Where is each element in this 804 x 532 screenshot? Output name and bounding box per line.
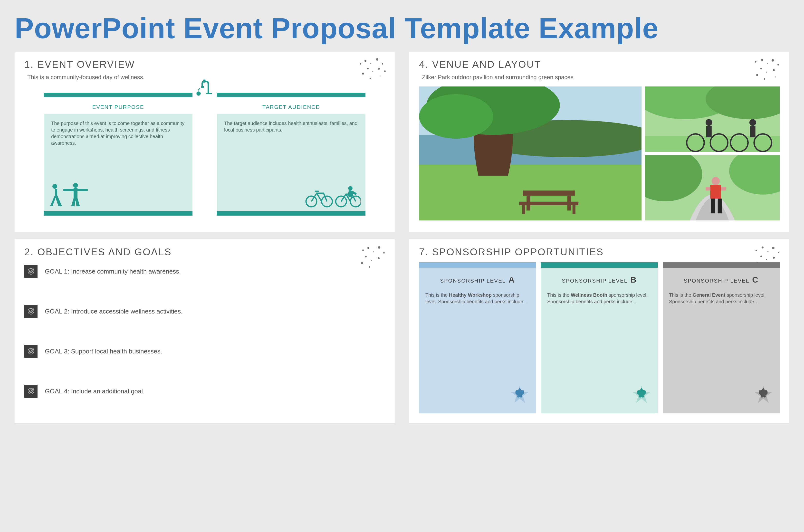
svg-point-4: [382, 63, 383, 64]
svg-point-31: [766, 72, 767, 73]
column-target-audience: TARGET AUDIENCE The target audience incl…: [217, 93, 366, 215]
svg-point-75: [371, 260, 372, 261]
section-heading: 1. EVENT OVERVIEW: [24, 59, 385, 70]
svg-point-93: [767, 251, 768, 252]
svg-point-6: [372, 71, 373, 72]
svg-point-27: [767, 63, 768, 64]
sponsor-title: SPONSORSHIP LEVEL B: [547, 275, 652, 285]
target-icon: [24, 385, 38, 398]
svg-point-58: [749, 119, 756, 126]
slides-grid: 1. EVENT OVERVIEW This is a community-fo…: [15, 52, 789, 423]
hands-star-icon: [750, 384, 777, 411]
svg-point-76: [365, 256, 367, 258]
svg-point-2: [370, 63, 371, 64]
slide-sponsorship-opportunities: 7. SPONSORSHIP OPPORTUNITIES SPONSORSHIP…: [409, 239, 789, 423]
svg-point-32: [760, 68, 762, 70]
section-heading: 2. OBJECTIVES AND GOALS: [24, 247, 385, 258]
svg-rect-59: [750, 126, 755, 137]
goal-row: GOAL 1: Increase community health awaren…: [24, 265, 385, 278]
sponsor-desc: This is the General Event sponsorship le…: [669, 292, 773, 305]
svg-rect-19: [63, 189, 88, 191]
svg-point-98: [760, 255, 762, 257]
svg-point-78: [369, 266, 370, 268]
svg-rect-46: [522, 205, 525, 214]
section-heading: 7. SPONSORSHIP OPPORTUNITIES: [419, 247, 780, 258]
hands-star-icon: [628, 384, 655, 411]
svg-point-29: [778, 64, 779, 65]
target-icon: [24, 265, 38, 278]
column-body: The purpose of this event is to come tog…: [44, 114, 192, 211]
svg-point-10: [379, 76, 380, 76]
svg-rect-68: [721, 187, 726, 190]
svg-point-1: [364, 60, 367, 62]
sponsor-desc: This is the Wellness Booth sponsorship l…: [547, 292, 652, 305]
sponsor-title: SPONSORSHIP LEVEL C: [669, 275, 773, 285]
svg-point-7: [367, 68, 369, 70]
svg-point-74: [378, 257, 379, 259]
svg-point-33: [756, 74, 758, 76]
svg-point-5: [378, 68, 380, 70]
column-body: The target audience includes health enth…: [217, 114, 366, 211]
decorative-dots-icon: [356, 244, 390, 273]
svg-point-92: [762, 247, 764, 248]
goal-text: GOAL 2: Introduce accessible wellness ac…: [45, 308, 183, 315]
slide-venue-layout: 4. VENUE AND LAYOUT Zilker Park outdoor …: [409, 52, 789, 232]
goal-text: GOAL 1: Increase community health awaren…: [45, 268, 181, 275]
goal-text: GOAL 4: Include an additional goal.: [45, 387, 145, 395]
svg-rect-14: [201, 86, 204, 88]
svg-point-16: [52, 184, 57, 189]
svg-rect-15: [203, 80, 206, 83]
svg-point-97: [766, 259, 767, 260]
svg-rect-47: [573, 205, 576, 214]
page-title: PowerPoint Event Proposal Template Examp…: [15, 12, 789, 44]
section-heading: 4. VENUE AND LAYOUT: [419, 59, 780, 70]
venue-image-jogging: [645, 155, 780, 221]
slide-objectives-goals: 2. OBJECTIVES AND GOALS GOAL 1: Increase…: [15, 239, 395, 423]
svg-point-12: [197, 91, 201, 96]
svg-rect-66: [718, 198, 722, 213]
svg-point-30: [773, 69, 775, 71]
svg-rect-57: [706, 126, 711, 137]
column-label: EVENT PURPOSE: [44, 104, 192, 110]
goal-row: GOAL 2: Introduce accessible wellness ac…: [24, 305, 385, 318]
svg-rect-65: [711, 198, 715, 213]
svg-point-73: [383, 252, 385, 253]
svg-point-77: [361, 262, 363, 264]
svg-point-63: [712, 177, 720, 185]
svg-point-69: [362, 249, 364, 251]
decorative-dots-icon: [750, 57, 785, 86]
svg-rect-42: [523, 190, 575, 196]
slide-event-overview: 1. EVENT OVERVIEW This is a community-fo…: [15, 52, 395, 232]
goal-text: GOAL 3: Support local health businesses.: [45, 348, 162, 355]
yoga-figures-icon: [49, 182, 90, 209]
svg-point-94: [772, 247, 774, 249]
sponsor-desc: This is the Healthy Workshop sponsorship…: [425, 292, 530, 305]
sponsor-title: SPONSORSHIP LEVEL A: [425, 275, 530, 285]
svg-point-34: [764, 78, 765, 80]
goal-row: GOAL 3: Support local health businesses.: [24, 345, 385, 358]
venue-image-cycling: [645, 87, 780, 152]
svg-point-56: [706, 119, 712, 126]
svg-point-28: [772, 59, 774, 62]
svg-point-0: [360, 63, 361, 64]
sponsorship-level-b: SPONSORSHIP LEVEL B This is the Wellness…: [541, 262, 658, 413]
svg-point-9: [370, 78, 371, 79]
svg-point-25: [755, 61, 756, 63]
sponsorship-level-a: SPONSORSHIP LEVEL A This is the Healthy …: [419, 262, 536, 413]
svg-point-3: [376, 58, 378, 61]
svg-point-91: [755, 250, 757, 251]
svg-point-72: [378, 246, 380, 249]
sponsorship-level-c: SPONSORSHIP LEVEL C This is the General …: [663, 262, 780, 413]
goal-row: GOAL 4: Include an additional goal.: [24, 385, 385, 398]
svg-point-24: [348, 186, 353, 190]
svg-point-96: [773, 257, 775, 259]
svg-rect-45: [519, 202, 578, 205]
svg-point-35: [775, 76, 776, 77]
target-icon: [24, 305, 38, 318]
svg-point-17: [73, 183, 78, 188]
column-label: TARGET AUDIENCE: [217, 104, 366, 110]
microscope-apple-icon: [195, 78, 214, 97]
svg-point-8: [362, 73, 364, 75]
hands-star-icon: [506, 384, 533, 411]
venue-image-main: [419, 87, 641, 221]
